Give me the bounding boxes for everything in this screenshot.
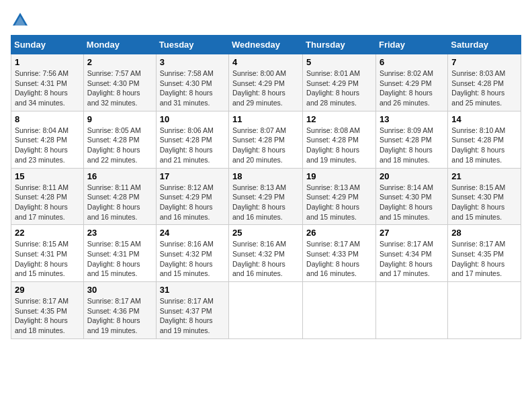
day-number: 8 [15,114,80,124]
calendar-cell: 20 Sunrise: 8:14 AMSunset: 4:30 PMDaylig… [375,168,447,225]
calendar-cell: 27 Sunrise: 8:17 AMSunset: 4:34 PMDaylig… [375,225,447,282]
day-detail: Sunrise: 8:17 AMSunset: 4:35 PMDaylight:… [451,240,505,277]
day-number: 1 [15,57,80,67]
weekday-header-tuesday: Tuesday [156,36,228,54]
day-number: 4 [232,57,299,67]
weekday-header-monday: Monday [83,36,156,54]
day-detail: Sunrise: 8:17 AMSunset: 4:37 PMDaylight:… [160,297,214,334]
calendar-cell: 4 Sunrise: 8:00 AMSunset: 4:29 PMDayligh… [229,54,303,111]
calendar-cell: 1 Sunrise: 7:56 AMSunset: 4:31 PMDayligh… [11,54,84,111]
calendar-cell: 12 Sunrise: 8:08 AMSunset: 4:28 PMDaylig… [303,111,376,168]
logo [11,11,32,30]
calendar-week-row: 22 Sunrise: 8:15 AMSunset: 4:31 PMDaylig… [11,225,521,282]
day-number: 13 [380,114,444,124]
day-number: 11 [232,114,299,124]
day-detail: Sunrise: 8:15 AMSunset: 4:31 PMDaylight:… [15,240,69,277]
day-number: 10 [160,114,225,124]
calendar-cell [448,282,521,339]
day-detail: Sunrise: 8:07 AMSunset: 4:28 PMDaylight:… [232,126,286,164]
day-detail: Sunrise: 8:11 AMSunset: 4:28 PMDaylight:… [15,183,69,221]
calendar-cell: 18 Sunrise: 8:13 AMSunset: 4:29 PMDaylig… [229,168,303,225]
day-number: 24 [160,228,225,238]
calendar-cell: 21 Sunrise: 8:15 AMSunset: 4:30 PMDaylig… [448,168,521,225]
calendar-cell: 14 Sunrise: 8:10 AMSunset: 4:28 PMDaylig… [448,111,521,168]
day-number: 7 [451,57,517,67]
day-number: 16 [87,171,152,181]
calendar-cell: 5 Sunrise: 8:01 AMSunset: 4:29 PMDayligh… [303,54,376,111]
day-number: 3 [160,57,225,67]
calendar-week-row: 8 Sunrise: 8:04 AMSunset: 4:28 PMDayligh… [11,111,521,168]
day-detail: Sunrise: 8:13 AMSunset: 4:29 PMDaylight:… [306,183,360,221]
calendar-cell: 25 Sunrise: 8:16 AMSunset: 4:32 PMDaylig… [229,225,303,282]
day-number: 9 [87,114,152,124]
day-detail: Sunrise: 8:13 AMSunset: 4:29 PMDaylight:… [232,183,286,221]
day-detail: Sunrise: 8:03 AMSunset: 4:28 PMDaylight:… [451,69,505,107]
weekday-header-saturday: Saturday [448,36,521,54]
calendar-cell: 26 Sunrise: 8:17 AMSunset: 4:33 PMDaylig… [303,225,376,282]
day-number: 2 [87,57,152,67]
day-detail: Sunrise: 8:17 AMSunset: 4:34 PMDaylight:… [380,240,433,277]
calendar-cell: 11 Sunrise: 8:07 AMSunset: 4:28 PMDaylig… [229,111,303,168]
weekday-header-row: SundayMondayTuesdayWednesdayThursdayFrid… [11,36,521,54]
day-number: 28 [451,228,517,238]
calendar-cell: 28 Sunrise: 8:17 AMSunset: 4:35 PMDaylig… [448,225,521,282]
calendar-week-row: 15 Sunrise: 8:11 AMSunset: 4:28 PMDaylig… [11,168,521,225]
calendar-cell: 7 Sunrise: 8:03 AMSunset: 4:28 PMDayligh… [448,54,521,111]
calendar-cell: 16 Sunrise: 8:11 AMSunset: 4:28 PMDaylig… [83,168,156,225]
calendar-cell: 17 Sunrise: 8:12 AMSunset: 4:29 PMDaylig… [156,168,228,225]
day-detail: Sunrise: 8:04 AMSunset: 4:28 PMDaylight:… [15,126,69,164]
calendar-table: SundayMondayTuesdayWednesdayThursdayFrid… [11,35,521,339]
calendar-cell: 8 Sunrise: 8:04 AMSunset: 4:28 PMDayligh… [11,111,84,168]
day-detail: Sunrise: 8:09 AMSunset: 4:28 PMDaylight:… [380,126,433,164]
calendar-cell: 23 Sunrise: 8:15 AMSunset: 4:31 PMDaylig… [83,225,156,282]
weekday-header-wednesday: Wednesday [229,36,303,54]
day-number: 17 [160,171,225,181]
calendar-cell: 9 Sunrise: 8:05 AMSunset: 4:28 PMDayligh… [83,111,156,168]
calendar-cell: 2 Sunrise: 7:57 AMSunset: 4:30 PMDayligh… [83,54,156,111]
day-detail: Sunrise: 8:12 AMSunset: 4:29 PMDaylight:… [160,183,214,221]
day-number: 20 [380,171,444,181]
day-detail: Sunrise: 8:16 AMSunset: 4:32 PMDaylight:… [160,240,214,277]
calendar-cell: 29 Sunrise: 8:17 AMSunset: 4:35 PMDaylig… [11,282,84,339]
day-detail: Sunrise: 7:57 AMSunset: 4:30 PMDaylight:… [87,69,141,107]
day-detail: Sunrise: 8:17 AMSunset: 4:33 PMDaylight:… [306,240,360,277]
day-number: 6 [380,57,444,67]
calendar-cell: 19 Sunrise: 8:13 AMSunset: 4:29 PMDaylig… [303,168,376,225]
day-number: 29 [15,285,80,295]
day-number: 19 [306,171,372,181]
weekday-header-friday: Friday [375,36,447,54]
day-number: 31 [160,285,225,295]
day-number: 26 [306,228,372,238]
day-detail: Sunrise: 8:14 AMSunset: 4:30 PMDaylight:… [380,183,433,221]
calendar-week-row: 1 Sunrise: 7:56 AMSunset: 4:31 PMDayligh… [11,54,521,111]
day-detail: Sunrise: 8:11 AMSunset: 4:28 PMDaylight:… [87,183,141,221]
day-number: 21 [451,171,517,181]
day-detail: Sunrise: 8:15 AMSunset: 4:31 PMDaylight:… [87,240,141,277]
day-detail: Sunrise: 8:00 AMSunset: 4:29 PMDaylight:… [232,69,286,107]
weekday-header-thursday: Thursday [303,36,376,54]
day-detail: Sunrise: 8:10 AMSunset: 4:28 PMDaylight:… [451,126,505,164]
day-number: 15 [15,171,80,181]
day-detail: Sunrise: 8:02 AMSunset: 4:29 PMDaylight:… [380,69,433,107]
page-header [11,11,521,30]
logo-icon [11,11,30,30]
day-detail: Sunrise: 8:17 AMSunset: 4:35 PMDaylight:… [15,297,69,334]
day-detail: Sunrise: 8:01 AMSunset: 4:29 PMDaylight:… [306,69,360,107]
calendar-cell [303,282,376,339]
day-detail: Sunrise: 8:06 AMSunset: 4:28 PMDaylight:… [160,126,214,164]
day-number: 12 [306,114,372,124]
calendar-cell: 31 Sunrise: 8:17 AMSunset: 4:37 PMDaylig… [156,282,228,339]
calendar-cell: 13 Sunrise: 8:09 AMSunset: 4:28 PMDaylig… [375,111,447,168]
calendar-cell: 15 Sunrise: 8:11 AMSunset: 4:28 PMDaylig… [11,168,84,225]
day-number: 23 [87,228,152,238]
calendar-cell: 24 Sunrise: 8:16 AMSunset: 4:32 PMDaylig… [156,225,228,282]
weekday-header-sunday: Sunday [11,36,84,54]
day-number: 18 [232,171,299,181]
day-detail: Sunrise: 8:15 AMSunset: 4:30 PMDaylight:… [451,183,505,221]
calendar-cell [229,282,303,339]
day-detail: Sunrise: 8:08 AMSunset: 4:28 PMDaylight:… [306,126,360,164]
day-number: 27 [380,228,444,238]
calendar-week-row: 29 Sunrise: 8:17 AMSunset: 4:35 PMDaylig… [11,282,521,339]
day-number: 25 [232,228,299,238]
day-number: 5 [306,57,372,67]
